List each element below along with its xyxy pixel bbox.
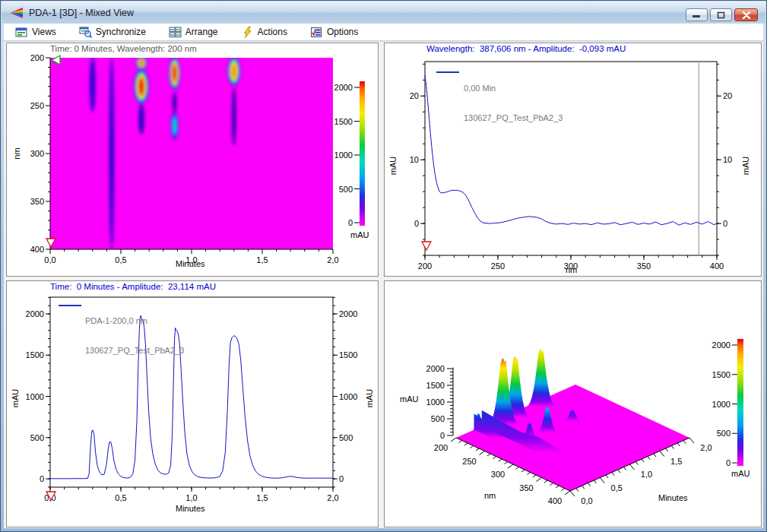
svg-text:1500: 1500 xyxy=(426,381,445,390)
toolbar-arrange[interactable]: Arrange xyxy=(166,25,220,40)
toolbar-views[interactable]: Views xyxy=(13,25,59,40)
arrange-icon xyxy=(169,27,182,38)
svg-text:1000: 1000 xyxy=(426,397,445,407)
svg-text:300: 300 xyxy=(491,470,505,479)
svg-text:500: 500 xyxy=(30,433,44,442)
svg-text:1000: 1000 xyxy=(712,400,731,409)
svg-text:0: 0 xyxy=(414,219,419,228)
window-controls xyxy=(686,8,758,21)
toolbar-actions[interactable]: Actions xyxy=(239,25,290,40)
svg-text:350: 350 xyxy=(30,197,44,206)
minimize-button[interactable] xyxy=(686,8,708,21)
actions-icon xyxy=(241,27,254,38)
svg-text:2000: 2000 xyxy=(334,83,353,92)
client-area: Time: 0 Minutes, Wavelength: 200 nm nm M… xyxy=(4,42,763,528)
svg-text:0,5: 0,5 xyxy=(115,493,126,502)
svg-text:0,5: 0,5 xyxy=(611,483,623,492)
svg-text:500: 500 xyxy=(717,429,731,438)
chromatogram-legend: PDA-1-200,0 nm 130627_PQ_Test_PbA2_3 xyxy=(85,296,184,375)
svg-text:2000: 2000 xyxy=(712,340,731,350)
svg-text:1,5: 1,5 xyxy=(256,493,268,502)
chromatogram-y-axis-title-left: mAU xyxy=(11,387,20,410)
svg-text:350: 350 xyxy=(519,483,533,492)
synchronize-icon xyxy=(79,27,92,38)
svg-text:500: 500 xyxy=(339,185,353,194)
chromatogram-plot-canvas[interactable]: 0,00,51,01,52,02000200015001500100010005… xyxy=(7,281,378,527)
svg-text:2000: 2000 xyxy=(426,364,445,373)
svg-text:200: 200 xyxy=(418,261,432,271)
views-icon xyxy=(15,27,28,38)
svg-text:1,5: 1,5 xyxy=(256,255,268,264)
chromatogram-legend-sample: 130627_PQ_Test_PbA2_3 xyxy=(85,346,184,356)
surface-colorbar-unit: mAU xyxy=(731,469,750,478)
surface-nm-axis-title: nm xyxy=(484,491,496,500)
spectrum-header: Wavelength: 387,606 nm - Amplitude: -0,0… xyxy=(426,44,626,53)
panel-chromatogram-plot: Time: 0 Minutes - Amplitude: 23,114 mAU … xyxy=(6,280,379,527)
svg-text:0: 0 xyxy=(348,218,353,227)
restore-button[interactable] xyxy=(710,8,732,21)
svg-text:1500: 1500 xyxy=(339,350,357,359)
toolbar: Views Synchronize xyxy=(4,24,763,41)
contour-colorbar-unit: mAU xyxy=(350,230,369,239)
spectrum-y-axis-title-left: mAU xyxy=(388,154,398,177)
spectrum-legend-swatch xyxy=(436,71,459,73)
close-button[interactable] xyxy=(734,8,758,21)
app-icon xyxy=(8,7,24,19)
spectrum-x-axis-title: nm xyxy=(566,265,577,274)
spectrum-legend-sample: 130627_PQ_Test_PbA2_3 xyxy=(464,113,563,123)
toolbar-synchronize[interactable]: Synchronize xyxy=(77,25,148,40)
contour-plot-canvas[interactable]: 2002503003504000,00,51,01,52,02000150010… xyxy=(7,43,378,276)
svg-text:20: 20 xyxy=(723,91,732,100)
svg-text:0,0: 0,0 xyxy=(44,255,55,264)
surface-plot-canvas[interactable]: 2002503003504000,00,51,01,52,02000150010… xyxy=(385,281,761,527)
svg-text:2,0: 2,0 xyxy=(327,255,338,264)
toolbar-views-label: Views xyxy=(32,27,56,37)
chromatogram-header: Time: 0 Minutes - Amplitude: 23,114 mAU xyxy=(50,282,216,291)
svg-text:10: 10 xyxy=(410,155,419,164)
svg-text:0: 0 xyxy=(723,219,727,228)
svg-text:1,5: 1,5 xyxy=(670,457,682,466)
svg-text:2,0: 2,0 xyxy=(700,443,712,452)
svg-text:250: 250 xyxy=(491,261,505,271)
spectrum-y-axis-title-right: mAU xyxy=(741,154,750,177)
contour-y-axis-title: nm xyxy=(12,142,21,165)
chromatogram-y-axis-title-right: mAU xyxy=(365,387,374,410)
panel-spectrum-plot: Wavelength: 387,606 nm - Amplitude: -0,0… xyxy=(384,43,762,277)
options-icon xyxy=(310,27,323,38)
svg-text:200: 200 xyxy=(434,443,448,452)
titlebar[interactable]: PDA-1 [3D] - Mixed View xyxy=(2,2,765,24)
svg-text:1,0: 1,0 xyxy=(641,470,652,479)
window-title: PDA-1 [3D] - Mixed View xyxy=(29,8,134,18)
svg-text:20: 20 xyxy=(410,91,419,100)
svg-text:1000: 1000 xyxy=(334,150,353,160)
svg-text:1000: 1000 xyxy=(26,392,44,401)
app-window: PDA-1 [3D] - Mixed View xyxy=(0,0,767,532)
surface-z-axis-title: mAU xyxy=(400,394,418,404)
svg-text:1500: 1500 xyxy=(712,370,731,379)
svg-text:2000: 2000 xyxy=(26,309,44,318)
contour-x-axis-title: Minutes xyxy=(176,259,205,268)
svg-text:350: 350 xyxy=(637,261,651,271)
toolbar-arrange-label: Arrange xyxy=(185,27,218,37)
spectrum-legend-time: 0,00 Min xyxy=(464,84,563,93)
chromatogram-x-axis-title: Minutes xyxy=(176,504,205,513)
svg-text:400: 400 xyxy=(30,245,44,254)
svg-text:0: 0 xyxy=(440,431,445,440)
svg-text:1500: 1500 xyxy=(334,117,353,126)
svg-text:0: 0 xyxy=(339,474,344,483)
contour-header: Time: 0 Minutes, Wavelength: 200 nm xyxy=(50,44,197,53)
toolbar-options-label: Options xyxy=(327,27,358,37)
svg-text:2000: 2000 xyxy=(339,309,357,318)
surface-minutes-axis-title: Minutes xyxy=(658,493,688,502)
svg-text:2,0: 2,0 xyxy=(327,493,338,502)
svg-text:300: 300 xyxy=(30,149,44,158)
panel-3d-surface-plot: mAU nm Minutes mAU 2002503003504000,00,5… xyxy=(384,280,762,527)
svg-text:1000: 1000 xyxy=(339,392,357,401)
svg-text:1500: 1500 xyxy=(26,350,44,359)
toolbar-synchronize-label: Synchronize xyxy=(96,27,146,37)
svg-text:1,0: 1,0 xyxy=(185,493,197,502)
svg-text:0: 0 xyxy=(40,474,44,483)
toolbar-options[interactable]: Options xyxy=(308,25,360,40)
svg-text:0: 0 xyxy=(726,458,731,467)
spectrum-plot-canvas[interactable]: 2002503003504002020101000 xyxy=(385,43,761,276)
